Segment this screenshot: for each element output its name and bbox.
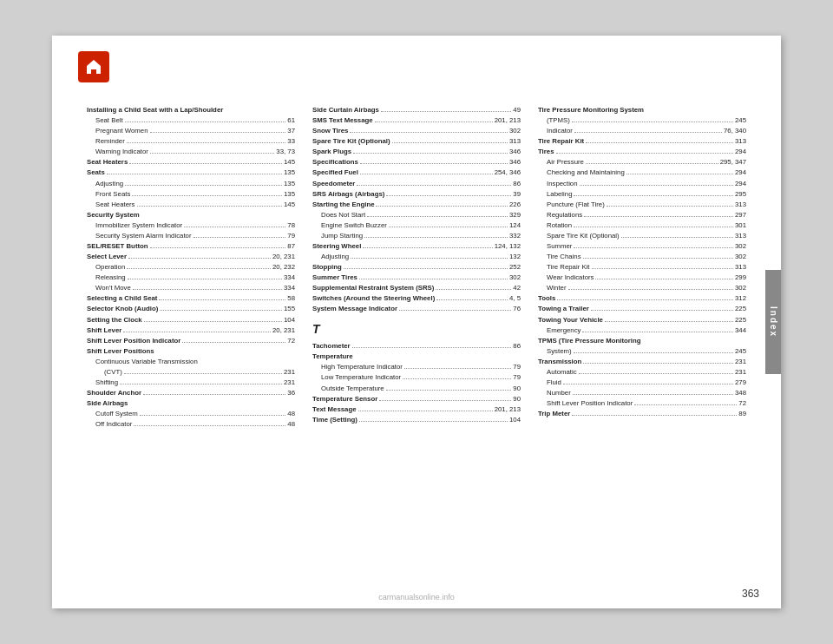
page-container: Index 363 Installing a Child Seat with a…: [52, 36, 781, 608]
list-item: Tools312: [538, 293, 746, 304]
list-item: Low Temperature Indicator79: [312, 372, 521, 383]
list-item: Transmission231: [538, 357, 746, 367]
list-item: Off Indicator48: [87, 419, 295, 430]
list-item: Tachometer86: [312, 341, 521, 352]
list-item: Outside Temperature90: [312, 384, 521, 394]
list-item: Fluid279: [538, 378, 746, 388]
list-item: Does Not Start329: [312, 210, 521, 220]
list-item: Setting the Clock104: [87, 315, 295, 325]
list-item: Selecting a Child Seat58: [87, 293, 295, 304]
index-tab-label: Index: [769, 306, 778, 338]
list-item: Select Lever20, 231: [87, 252, 295, 262]
list-item: Checking and Maintaining294: [538, 168, 746, 178]
list-item: Security System Alarm Indicator79: [87, 231, 295, 241]
list-item: Adjusting132: [312, 252, 521, 262]
list-item: Towing Your Vehicle225: [538, 315, 746, 325]
list-item: Installing a Child Seat with a Lap/Shoul…: [87, 105, 295, 115]
section-t: T: [312, 320, 521, 339]
list-item: Front Seats135: [87, 189, 295, 200]
list-item: SEL/RESET Button87: [87, 241, 295, 252]
list-item: Supplemental Restraint System (SRS)42: [312, 283, 521, 293]
list-item: Towing a Trailer225: [538, 304, 746, 314]
list-item: Rotation301: [538, 220, 746, 231]
list-item: Specifications346: [312, 157, 521, 168]
list-item: Speedometer86: [312, 179, 521, 189]
list-item: Spare Tire Kit (Optional)313: [312, 136, 521, 147]
list-item: Temperature: [312, 352, 521, 362]
list-item: Tire Chains302: [538, 252, 746, 262]
index-tab: Index: [765, 270, 781, 374]
list-item: Summer Tires302: [312, 273, 521, 283]
list-item: Shifting231: [87, 378, 295, 388]
list-item: Spark Plugs346: [312, 147, 521, 157]
list-item: Side Airbags: [87, 398, 295, 409]
list-item: (CVT)231: [87, 367, 295, 378]
list-item: Specified Fuel254, 346: [312, 168, 521, 178]
list-item: Shift Lever Position Indicator72: [87, 336, 295, 346]
list-item: Shoulder Anchor36: [87, 388, 295, 398]
list-item: Stopping252: [312, 262, 521, 273]
list-item: Operation20, 232: [87, 262, 295, 273]
list-item: System)245: [538, 346, 746, 357]
list-item: Winter302: [538, 283, 746, 293]
watermark: carmanualsonline.info: [378, 593, 455, 601]
list-item: Temperature Sensor90: [312, 394, 521, 404]
list-item: Labeling295: [538, 189, 746, 200]
list-item: Selector Knob (Audio)155: [87, 304, 295, 314]
column-1: Installing a Child Seat with a Lap/Shoul…: [87, 105, 295, 430]
list-item: Time (Setting)104: [312, 415, 521, 425]
list-item: Side Curtain Airbags49: [312, 105, 521, 115]
list-item: TPMS (Tire Pressure Monitoring: [538, 336, 746, 346]
column-3: Tire Pressure Monitoring System (TPMS)24…: [538, 105, 746, 430]
list-item: Adjusting135: [87, 179, 295, 189]
list-item: Spare Tire Kit (Optional)313: [538, 231, 746, 241]
list-item: Warning Indicator33, 73: [87, 147, 295, 157]
list-item: Steering Wheel124, 132: [312, 241, 521, 252]
list-item: Tire Repair Kit313: [538, 136, 746, 147]
list-item: SMS Text Message201, 213: [312, 115, 521, 126]
list-item: Engine Switch Buzzer124: [312, 220, 521, 231]
list-item: Won't Move334: [87, 283, 295, 293]
list-item: Switches (Around the Steering Wheel)4, 5: [312, 293, 521, 304]
list-item: System Message Indicator76: [312, 304, 521, 314]
list-item: Pregnant Women37: [87, 126, 295, 136]
list-item: Snow Tires302: [312, 126, 521, 136]
list-item: Shift Lever20, 231: [87, 325, 295, 336]
list-item: Tire Repair Kit313: [538, 262, 746, 273]
list-item: Tires294: [538, 147, 746, 157]
list-item: Puncture (Flat Tire)313: [538, 200, 746, 210]
list-item: Immobilizer System Indicator78: [87, 220, 295, 231]
list-item: Seats135: [87, 168, 295, 178]
list-item: Shift Lever Position Indicator72: [538, 398, 746, 409]
list-item: Emergency344: [538, 325, 746, 336]
list-item: Number348: [538, 388, 746, 398]
list-item: Jump Starting332: [312, 231, 521, 241]
content-area: Installing a Child Seat with a Lap/Shoul…: [87, 105, 746, 430]
list-item: Text Message201, 213: [312, 404, 521, 415]
page-number: 363: [742, 588, 759, 600]
list-item: Starting the Engine226: [312, 200, 521, 210]
list-item: Summer302: [538, 241, 746, 252]
list-item: High Temperature Indicator79: [312, 362, 521, 372]
list-item: Air Pressure295, 347: [538, 157, 746, 168]
list-item: Cutoff System48: [87, 409, 295, 419]
list-item: Security System: [87, 210, 295, 220]
home-icon[interactable]: [78, 51, 109, 82]
list-item: Releasing334: [87, 273, 295, 283]
list-item: Regulations297: [538, 210, 746, 220]
list-item: Shift Lever Positions: [87, 346, 295, 357]
list-item: Seat Heaters145: [87, 200, 295, 210]
list-item: Reminder33: [87, 136, 295, 147]
list-item: Tire Pressure Monitoring System: [538, 105, 746, 115]
list-item: Automatic231: [538, 367, 746, 378]
list-item: Seat Belt61: [87, 115, 295, 126]
list-item: Indicator76, 340: [538, 126, 746, 136]
list-item: SRS Airbags (Airbags)39: [312, 189, 521, 200]
list-item: Continuous Variable Transmission: [87, 357, 295, 367]
list-item: Seat Heaters145: [87, 157, 295, 168]
column-2: Side Curtain Airbags49 SMS Text Message2…: [312, 105, 521, 430]
list-item: Wear Indicators299: [538, 273, 746, 283]
list-item: Inspection294: [538, 179, 746, 189]
list-item: (TPMS)245: [538, 115, 746, 126]
list-item: Trip Meter89: [538, 409, 746, 419]
